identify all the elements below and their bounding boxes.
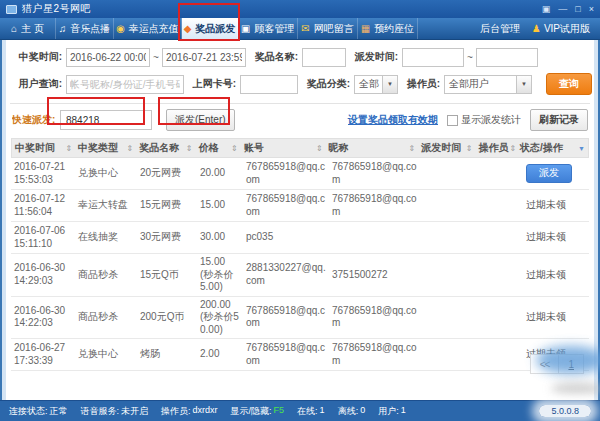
chevron-down-icon[interactable]: ▼ bbox=[382, 76, 397, 93]
cell-price: 30.00 bbox=[197, 229, 243, 246]
cell-price: 2.00 bbox=[197, 346, 243, 363]
dispatch-enter-button[interactable]: 派发(Enter) bbox=[166, 109, 235, 131]
set-prize-validity-link[interactable]: 设置奖品领取有效期 bbox=[348, 113, 438, 127]
header-operator[interactable]: 操作员⇕ bbox=[475, 141, 516, 155]
sort-icon[interactable]: ⇕ bbox=[409, 144, 416, 153]
dispatch-time-label: 派发时间: bbox=[346, 50, 402, 64]
monitor-icon: ▣ bbox=[241, 24, 250, 34]
first-page-button[interactable]: << bbox=[531, 355, 560, 373]
cell-nickname: 767865918@qq.com bbox=[329, 191, 423, 220]
sort-icon[interactable]: ⇕ bbox=[65, 144, 72, 153]
header-win-type[interactable]: 中奖类型⇕ bbox=[75, 141, 136, 155]
status-bar: 连接状态:正常 语音服务:未开启 操作员:dxrdxr 显示/隐藏:F5 在线:… bbox=[0, 400, 600, 421]
card-number-input[interactable] bbox=[240, 75, 298, 94]
skin-icon[interactable]: ▣ bbox=[542, 2, 551, 16]
header-label: 账号 bbox=[244, 141, 264, 155]
header-status-action[interactable]: 状态/操作 bbox=[517, 141, 578, 155]
operator-status: 操作员:dxrdxr bbox=[161, 405, 218, 418]
column-filter-icon[interactable]: ▼ bbox=[578, 145, 588, 152]
maximize-icon[interactable]: □ bbox=[575, 2, 580, 16]
filter-area: 中奖时间: ~ 奖品名称: 派发时间: ~ 用户查询: 上网卡号: 奖品分类: … bbox=[6, 40, 594, 102]
dispatch-time-from-input[interactable] bbox=[402, 48, 464, 67]
show-dispatch-stats-checkbox[interactable]: 显示派发统计 bbox=[447, 113, 521, 127]
table-header-row: 中奖时间⇕ 中奖类型⇕ 奖品名称⇕ 价格⇕ 账号⇕ 昵称⇕ 派发时间⇕ 操作员⇕… bbox=[11, 138, 589, 158]
tab-seat-reservation[interactable]: ▦ 预约座位 bbox=[358, 18, 418, 39]
prize-name-label: 奖品名称: bbox=[246, 50, 302, 64]
cell-price: 15.00 (秒杀价5.00) bbox=[197, 254, 243, 296]
page-number[interactable]: 1 bbox=[559, 355, 583, 373]
cell-account: pc035 bbox=[243, 229, 329, 246]
cell-operator bbox=[481, 236, 523, 240]
tab-music[interactable]: ♫ 音乐点播 bbox=[56, 18, 114, 39]
tab-home[interactable]: ⌂ 主 页 bbox=[0, 18, 56, 39]
win-time-from-input[interactable] bbox=[66, 48, 150, 67]
prize-category-label: 奖品分类: bbox=[298, 77, 354, 91]
cell-operator bbox=[481, 315, 523, 319]
tab-label: 音乐点播 bbox=[70, 22, 110, 36]
prize-name-input[interactable] bbox=[302, 48, 346, 67]
cell-operator bbox=[481, 172, 523, 176]
cell-win-type: 商品秒杀 bbox=[75, 309, 137, 326]
tab-customer-management[interactable]: ▣ 顾客管理 bbox=[238, 18, 298, 39]
sort-icon[interactable]: ⇕ bbox=[316, 144, 323, 153]
tabbar-right: 后台管理 ♟ VIP试用版 bbox=[480, 18, 600, 39]
header-win-time[interactable]: 中奖时间⇕ bbox=[12, 141, 75, 155]
vip-trial-link[interactable]: ♟ VIP试用版 bbox=[532, 22, 590, 36]
user-query-input[interactable] bbox=[66, 75, 184, 94]
cell-win-time: 2016-06-27 17:33:39 bbox=[11, 340, 75, 369]
header-price[interactable]: 价格⇕ bbox=[195, 141, 240, 155]
table-row[interactable]: 2016-06-27 17:33:39 兑换中心 烤肠 2.00 7678659… bbox=[11, 339, 589, 371]
sort-icon[interactable]: ⇕ bbox=[509, 144, 516, 153]
checkbox-icon[interactable] bbox=[447, 115, 458, 126]
table-row[interactable]: 2016-07-21 15:53:03 兑换中心 20元网费 20.00 767… bbox=[11, 158, 589, 190]
table-row[interactable]: 2016-07-06 15:11:10 在线抽奖 30元网费 30.00 pc0… bbox=[11, 222, 589, 254]
header-prize-name[interactable]: 奖品名称⇕ bbox=[136, 141, 195, 155]
show-hide-hotkey: 显示/隐藏:F5 bbox=[231, 405, 285, 418]
tab-cafe-messages[interactable]: ✉ 网吧留言 bbox=[298, 18, 358, 39]
table-row[interactable]: 2016-06-30 14:22:03 商品秒杀 200元Q币 200.00 (… bbox=[11, 297, 589, 340]
tab-prize-dispatch[interactable]: ◆ 奖品派发 bbox=[182, 18, 238, 39]
cell-operator bbox=[481, 353, 523, 357]
user-count: 用户:1 bbox=[378, 405, 406, 418]
table-row[interactable]: 2016-06-30 14:29:03 商品秒杀 15元Q币 15.00 (秒杀… bbox=[11, 254, 589, 297]
operator-value: 全部用户 bbox=[445, 77, 516, 91]
connection-status: 连接状态:正常 bbox=[9, 405, 68, 418]
header-label: 派发时间 bbox=[421, 141, 461, 155]
cell-price: 20.00 bbox=[197, 165, 243, 182]
quick-dispatch-input[interactable] bbox=[60, 110, 152, 130]
search-button[interactable]: 查询 bbox=[546, 73, 592, 95]
show-dispatch-stats-label: 显示派发统计 bbox=[461, 113, 521, 127]
sort-icon[interactable]: ⇕ bbox=[127, 144, 134, 153]
prize-category-select[interactable]: 全部 ▼ bbox=[354, 75, 398, 94]
sort-icon[interactable]: ⇕ bbox=[466, 144, 473, 153]
operator-select[interactable]: 全部用户 ▼ bbox=[444, 75, 532, 94]
tab-lucky-points[interactable]: ◉ 幸运点充值 bbox=[114, 18, 182, 39]
tilde-separator: ~ bbox=[150, 52, 162, 63]
header-nickname[interactable]: 昵称⇕ bbox=[326, 141, 419, 155]
gift-icon: ◆ bbox=[184, 24, 192, 34]
dispatch-button[interactable]: 派发 bbox=[526, 164, 572, 183]
cell-operator bbox=[481, 204, 523, 208]
filter-row-1: 中奖时间: ~ 奖品名称: 派发时间: ~ bbox=[10, 46, 590, 68]
quick-dispatch-row: 快速派发: 派发(Enter) 设置奖品领取有效期 显示派发统计 刷新记录 bbox=[6, 105, 594, 135]
dispatch-time-to-input[interactable] bbox=[476, 48, 538, 67]
header-account[interactable]: 账号⇕ bbox=[241, 141, 326, 155]
refresh-records-button[interactable]: 刷新记录 bbox=[530, 109, 588, 131]
chevron-down-icon[interactable]: ▼ bbox=[516, 76, 531, 93]
user-query-label: 用户查询: bbox=[10, 77, 66, 91]
sort-icon[interactable]: ⇕ bbox=[231, 144, 238, 153]
header-dispatch-time[interactable]: 派发时间⇕ bbox=[418, 141, 475, 155]
cell-status: 过期未领 bbox=[523, 267, 585, 284]
cell-account: 767865918@qq.com bbox=[243, 191, 329, 220]
offline-count: 离线:0 bbox=[338, 405, 366, 418]
cell-prize-name: 20元网费 bbox=[137, 165, 197, 182]
sort-icon[interactable]: ⇕ bbox=[186, 144, 193, 153]
minimize-icon[interactable]: — bbox=[558, 2, 567, 16]
backend-admin-link[interactable]: 后台管理 bbox=[480, 22, 520, 36]
table-row[interactable]: 2016-07-12 11:56:04 幸运大转盘 15元网费 15.00 76… bbox=[11, 190, 589, 222]
close-icon[interactable]: × bbox=[589, 2, 594, 16]
vip-user-icon: ♟ bbox=[532, 23, 541, 34]
win-time-to-input[interactable] bbox=[162, 48, 246, 67]
filter-row-2: 用户查询: 上网卡号: 奖品分类: 全部 ▼ 操作员: 全部用户 ▼ 查询 bbox=[10, 73, 590, 95]
prize-records-table: 中奖时间⇕ 中奖类型⇕ 奖品名称⇕ 价格⇕ 账号⇕ 昵称⇕ 派发时间⇕ 操作员⇕… bbox=[11, 138, 589, 371]
